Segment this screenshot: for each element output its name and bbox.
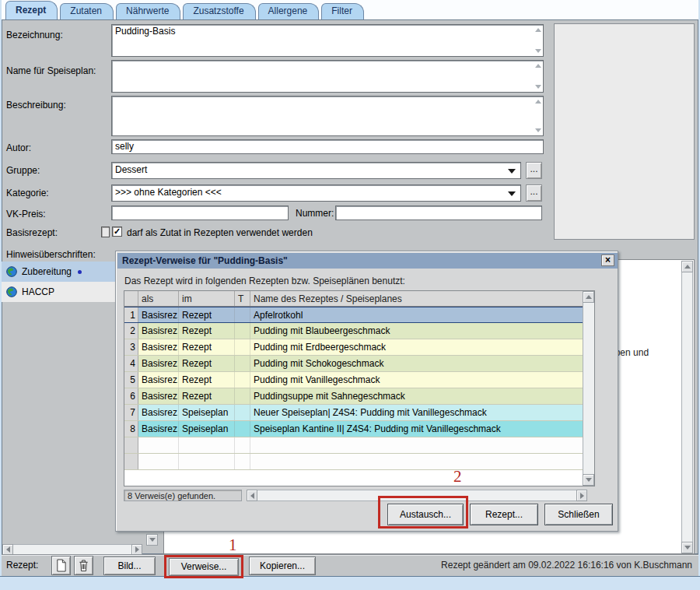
col-als[interactable]: als: [138, 291, 179, 306]
scroll-down-icon[interactable]: [583, 474, 594, 486]
autor-value: selly: [115, 141, 134, 152]
bezeichnung-input[interactable]: Pudding-Basis: [111, 24, 544, 57]
annotation-number-1: 1: [229, 536, 237, 555]
delete-recipe-button[interactable]: [74, 556, 93, 575]
hinweis-item-zubereitung[interactable]: Zubereitung: [2, 262, 115, 282]
gruppe-label: Gruppe:: [6, 165, 40, 176]
table-row[interactable]: 4 Basisrez. Rezept Pudding mit Schokoges…: [124, 356, 583, 372]
scroll-right-icon[interactable]: [576, 490, 587, 501]
kategorie-value: >>> ohne Kategorien <<<: [115, 187, 222, 198]
beschreibung-input[interactable]: [111, 96, 544, 136]
hinweis-item-label: Zubereitung: [22, 266, 72, 277]
table-header: als im T Name des Rezeptes / Speiseplane…: [124, 291, 583, 307]
dialog-hscrollbar[interactable]: [247, 490, 587, 501]
speiseplan-name-label: Name für Speiseplan:: [6, 65, 96, 76]
scroll-left-icon[interactable]: [247, 490, 257, 501]
table-row-empty: [124, 437, 583, 454]
editor-vscrollbar[interactable]: [681, 261, 693, 553]
table-vscrollbar[interactable]: [583, 291, 594, 486]
hinweis-item-haccp[interactable]: HACCP: [2, 282, 115, 302]
bild-button[interactable]: Bild...: [103, 557, 156, 575]
scroll-up-icon[interactable]: [535, 64, 541, 68]
annotation-number-2: 2: [453, 467, 462, 486]
dialog-titlebar[interactable]: Rezept-Verweise für "Pudding-Basis": [117, 253, 618, 269]
table-row[interactable]: 2 Basisrez. Rezept Pudding mit Blaubeerg…: [124, 323, 583, 339]
hinweis-hscrollbar[interactable]: [2, 544, 142, 555]
scroll-left-icon[interactable]: [2, 544, 13, 555]
scroll-down-icon[interactable]: [681, 542, 693, 553]
bezeichnung-label: Bezeichnung:: [6, 30, 63, 40]
col-t[interactable]: T: [235, 291, 250, 306]
basisrezept-checkbox[interactable]: [101, 227, 110, 237]
dialog-intro-text: Das Rezept wird in folgenden Rezepten bz…: [124, 276, 405, 286]
scroll-down-icon[interactable]: [535, 49, 541, 53]
gruppe-select[interactable]: Dessert: [111, 162, 521, 179]
nummer-input[interactable]: [335, 205, 542, 220]
recipe-modified-status: Rezept geändert am 09.02.2022 16:16:16 v…: [441, 560, 692, 571]
window-bottom-frame: [0, 576, 700, 590]
new-recipe-button[interactable]: [51, 556, 71, 575]
scroll-up-icon[interactable]: [535, 28, 541, 32]
table-row[interactable]: 7 Basisrez. Speiseplan Neuer Speiseplan|…: [124, 405, 583, 421]
scroll-down-icon[interactable]: [535, 85, 541, 89]
scroll-down-icon[interactable]: [535, 128, 541, 132]
kategorie-more-button[interactable]: ...: [526, 184, 542, 202]
autor-input[interactable]: selly: [111, 139, 544, 154]
zutat-verwendbar-label: darf als Zutat in Rezepten verwendet wer…: [127, 227, 313, 238]
table-row[interactable]: 6 Basisrez. Rezept Puddingsuppe mit Sahn…: [124, 388, 583, 405]
scroll-up-icon[interactable]: [681, 261, 693, 272]
scroll-right-icon[interactable]: [131, 544, 142, 555]
vk-preis-label: VK-Preis:: [6, 209, 46, 219]
tab-rezept[interactable]: Rezept: [5, 1, 58, 19]
vk-preis-input[interactable]: [111, 205, 289, 220]
tab-filter[interactable]: Filter: [321, 3, 364, 19]
rezept-button[interactable]: Rezept...: [470, 504, 538, 525]
scroll-down-icon[interactable]: [146, 534, 158, 546]
active-dot-icon: [78, 270, 82, 274]
table-row[interactable]: 3 Basisrez. Rezept Pudding mit Erdbeerge…: [124, 339, 583, 356]
kategorie-select[interactable]: >>> ohne Kategorien <<<: [111, 184, 521, 202]
gruppe-value: Dessert: [115, 164, 147, 175]
rezept-verweise-dialog: Rezept-Verweise für "Pudding-Basis" × Da…: [115, 251, 618, 532]
close-icon[interactable]: ×: [601, 255, 614, 266]
recipe-image-placeholder: [554, 23, 695, 240]
chevron-down-icon: [508, 191, 516, 196]
col-name[interactable]: Name des Rezeptes / Speiseplanes: [250, 291, 583, 306]
scroll-up-icon[interactable]: [535, 100, 541, 104]
tab-zutaten[interactable]: Zutaten: [60, 3, 114, 19]
beschreibung-label: Beschreibung:: [6, 100, 66, 111]
schliessen-button[interactable]: Schließen: [544, 504, 613, 525]
hinweis-item-label: HACCP: [22, 286, 54, 297]
trash-icon: [78, 559, 89, 572]
scroll-up-icon[interactable]: [583, 291, 594, 303]
verweise-button[interactable]: Verweise...: [169, 558, 239, 576]
new-document-icon: [55, 559, 67, 572]
dialog-status-text: 8 Verweis(e) gefunden.: [124, 490, 242, 501]
tab-zusatzstoffe[interactable]: Zusatzstoffe: [183, 3, 255, 19]
col-im[interactable]: im: [179, 291, 235, 306]
toolbar-rezept-label: Rezept:: [6, 560, 38, 571]
speiseplan-name-input[interactable]: [111, 60, 544, 93]
table-row[interactable]: 1 Basisrez. Rezept Apfelrotkohl: [124, 307, 583, 323]
tab-allergene[interactable]: Allergene: [258, 3, 320, 19]
zutat-verwendbar-checkbox[interactable]: ✓: [112, 227, 122, 237]
gruppe-more-button[interactable]: ...: [526, 162, 542, 179]
chevron-down-icon: [508, 169, 516, 174]
globe-icon: [6, 286, 17, 297]
autor-label: Autor:: [6, 142, 31, 153]
basisrezept-label: Basisrezept:: [6, 227, 58, 238]
bezeichnung-value: Pudding-Basis: [115, 26, 175, 37]
table-row[interactable]: 5 Basisrez. Rezept Pudding mit Vanillege…: [124, 372, 583, 388]
table-row[interactable]: 8 Basisrez. Speiseplan Speiseplan Kantin…: [124, 421, 583, 437]
globe-icon: [6, 266, 17, 277]
table-row-empty: [124, 454, 583, 470]
tab-bar: Rezept Zutaten Nährwerte Zusatzstoffe Al…: [2, 0, 698, 19]
kopieren-button[interactable]: Kopieren...: [249, 557, 316, 575]
austausch-button[interactable]: Austausch...: [387, 504, 464, 525]
kategorie-label: Kategorie:: [6, 188, 49, 198]
tab-naehrwerte[interactable]: Nährwerte: [116, 3, 180, 19]
verweise-table: als im T Name des Rezeptes / Speiseplane…: [124, 290, 595, 486]
nummer-label: Nummer:: [296, 208, 334, 219]
hinweis-label: Hinweisüberschriften:: [6, 249, 96, 260]
